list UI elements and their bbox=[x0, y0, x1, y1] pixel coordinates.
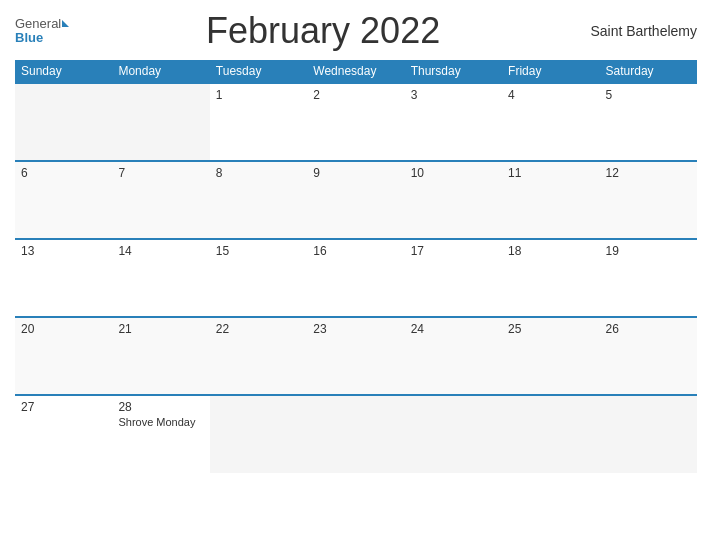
header-sunday: Sunday bbox=[15, 60, 112, 83]
day-number: 2 bbox=[313, 88, 398, 102]
calendar-header: General Blue February 2022 Saint Barthel… bbox=[15, 10, 697, 52]
calendar-day-cell: 22 bbox=[210, 317, 307, 395]
calendar-week-row: 6789101112 bbox=[15, 161, 697, 239]
calendar-week-row: 2728Shrove Monday bbox=[15, 395, 697, 473]
calendar-day-cell: 11 bbox=[502, 161, 599, 239]
day-number: 25 bbox=[508, 322, 593, 336]
calendar-day-cell bbox=[405, 395, 502, 473]
day-number: 28 bbox=[118, 400, 203, 414]
day-number: 15 bbox=[216, 244, 301, 258]
logo-blue-text: Blue bbox=[15, 31, 69, 45]
calendar-day-cell bbox=[600, 395, 697, 473]
day-number: 21 bbox=[118, 322, 203, 336]
calendar-day-cell: 6 bbox=[15, 161, 112, 239]
calendar-day-cell: 13 bbox=[15, 239, 112, 317]
header-tuesday: Tuesday bbox=[210, 60, 307, 83]
day-number: 27 bbox=[21, 400, 106, 414]
day-number: 12 bbox=[606, 166, 691, 180]
calendar-day-cell: 19 bbox=[600, 239, 697, 317]
calendar-day-cell: 28Shrove Monday bbox=[112, 395, 209, 473]
calendar-day-cell: 7 bbox=[112, 161, 209, 239]
calendar-day-cell: 20 bbox=[15, 317, 112, 395]
region-label: Saint Barthelemy bbox=[577, 23, 697, 39]
day-number: 14 bbox=[118, 244, 203, 258]
day-number: 4 bbox=[508, 88, 593, 102]
calendar-day-cell: 17 bbox=[405, 239, 502, 317]
logo-general-text: General bbox=[15, 17, 61, 31]
calendar-day-cell: 5 bbox=[600, 83, 697, 161]
day-number: 20 bbox=[21, 322, 106, 336]
header-saturday: Saturday bbox=[600, 60, 697, 83]
day-number: 16 bbox=[313, 244, 398, 258]
calendar-week-row: 20212223242526 bbox=[15, 317, 697, 395]
calendar-day-cell: 16 bbox=[307, 239, 404, 317]
event-label: Shrove Monday bbox=[118, 416, 203, 428]
calendar-day-cell: 9 bbox=[307, 161, 404, 239]
calendar-day-cell: 2 bbox=[307, 83, 404, 161]
calendar-day-cell: 14 bbox=[112, 239, 209, 317]
logo: General Blue bbox=[15, 17, 69, 46]
calendar-day-cell: 26 bbox=[600, 317, 697, 395]
calendar-day-cell: 15 bbox=[210, 239, 307, 317]
day-number: 8 bbox=[216, 166, 301, 180]
day-number: 7 bbox=[118, 166, 203, 180]
day-number: 23 bbox=[313, 322, 398, 336]
day-number: 1 bbox=[216, 88, 301, 102]
calendar-day-cell: 3 bbox=[405, 83, 502, 161]
calendar-day-cell: 8 bbox=[210, 161, 307, 239]
calendar-day-cell: 21 bbox=[112, 317, 209, 395]
header-thursday: Thursday bbox=[405, 60, 502, 83]
day-number: 26 bbox=[606, 322, 691, 336]
logo-triangle-icon bbox=[62, 20, 69, 27]
calendar-day-cell bbox=[112, 83, 209, 161]
day-number: 18 bbox=[508, 244, 593, 258]
calendar-day-cell bbox=[210, 395, 307, 473]
calendar-day-cell: 24 bbox=[405, 317, 502, 395]
day-number: 19 bbox=[606, 244, 691, 258]
calendar-day-cell bbox=[502, 395, 599, 473]
day-headers-row: Sunday Monday Tuesday Wednesday Thursday… bbox=[15, 60, 697, 83]
calendar-day-cell bbox=[307, 395, 404, 473]
calendar-grid: Sunday Monday Tuesday Wednesday Thursday… bbox=[15, 60, 697, 473]
day-number: 22 bbox=[216, 322, 301, 336]
calendar-day-cell: 25 bbox=[502, 317, 599, 395]
calendar-day-cell: 4 bbox=[502, 83, 599, 161]
day-number: 17 bbox=[411, 244, 496, 258]
day-number: 10 bbox=[411, 166, 496, 180]
day-number: 13 bbox=[21, 244, 106, 258]
day-number: 6 bbox=[21, 166, 106, 180]
day-number: 11 bbox=[508, 166, 593, 180]
calendar-day-cell: 27 bbox=[15, 395, 112, 473]
day-number: 3 bbox=[411, 88, 496, 102]
calendar-container: General Blue February 2022 Saint Barthel… bbox=[0, 0, 712, 550]
header-wednesday: Wednesday bbox=[307, 60, 404, 83]
calendar-day-cell bbox=[15, 83, 112, 161]
header-monday: Monday bbox=[112, 60, 209, 83]
header-friday: Friday bbox=[502, 60, 599, 83]
calendar-title: February 2022 bbox=[69, 10, 577, 52]
calendar-day-cell: 18 bbox=[502, 239, 599, 317]
calendar-day-cell: 1 bbox=[210, 83, 307, 161]
day-number: 24 bbox=[411, 322, 496, 336]
calendar-week-row: 13141516171819 bbox=[15, 239, 697, 317]
calendar-day-cell: 12 bbox=[600, 161, 697, 239]
calendar-week-row: 12345 bbox=[15, 83, 697, 161]
calendar-day-cell: 10 bbox=[405, 161, 502, 239]
calendar-day-cell: 23 bbox=[307, 317, 404, 395]
day-number: 9 bbox=[313, 166, 398, 180]
day-number: 5 bbox=[606, 88, 691, 102]
